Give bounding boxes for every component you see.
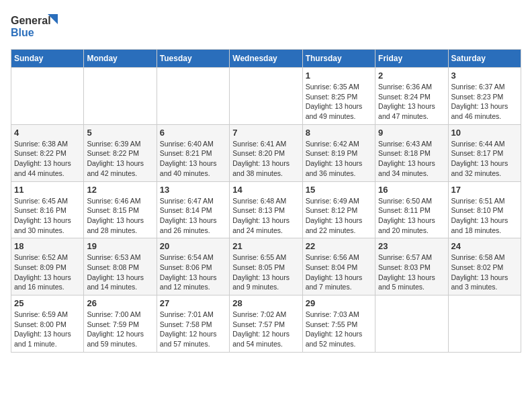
day-info: Sunrise: 7:01 AM Sunset: 7:58 PM Dayligh… [160,310,226,349]
day-cell-5: 5Sunrise: 6:39 AM Sunset: 8:22 PM Daylig… [84,124,157,181]
day-cell-23: 23Sunrise: 6:57 AM Sunset: 8:03 PM Dayli… [375,238,448,295]
weekday-header-wednesday: Wednesday [230,50,302,68]
day-number: 1 [306,71,372,81]
empty-cell [448,295,521,353]
empty-cell [230,68,302,125]
day-cell-29: 29Sunrise: 7:03 AM Sunset: 7:55 PM Dayli… [302,295,375,353]
day-number: 18 [14,241,81,251]
day-cell-15: 15Sunrise: 6:49 AM Sunset: 8:12 PM Dayli… [302,181,375,238]
day-info: Sunrise: 6:45 AM Sunset: 8:16 PM Dayligh… [14,196,81,236]
day-number: 27 [160,298,226,308]
day-info: Sunrise: 6:58 AM Sunset: 8:02 PM Dayligh… [451,253,518,292]
day-cell-25: 25Sunrise: 6:59 AM Sunset: 8:00 PM Dayli… [11,295,84,353]
day-info: Sunrise: 7:03 AM Sunset: 7:55 PM Dayligh… [306,310,372,349]
day-number: 7 [232,128,299,138]
day-cell-14: 14Sunrise: 6:48 AM Sunset: 8:13 PM Dayli… [230,181,302,238]
day-cell-7: 7Sunrise: 6:41 AM Sunset: 8:20 PM Daylig… [230,124,302,181]
day-info: Sunrise: 6:43 AM Sunset: 8:18 PM Dayligh… [378,139,445,179]
weekday-header-sunday: Sunday [11,50,84,68]
day-number: 19 [87,241,153,251]
svg-text:General: General [11,15,51,26]
day-cell-18: 18Sunrise: 6:52 AM Sunset: 8:09 PM Dayli… [11,238,84,295]
day-number: 9 [378,128,445,138]
day-cell-3: 3Sunrise: 6:37 AM Sunset: 8:23 PM Daylig… [448,68,521,125]
day-cell-20: 20Sunrise: 6:54 AM Sunset: 8:06 PM Dayli… [157,238,229,295]
day-info: Sunrise: 6:44 AM Sunset: 8:17 PM Dayligh… [451,139,518,179]
empty-cell [11,68,84,125]
day-number: 3 [451,71,518,81]
logo: GeneralBlue [11,11,58,41]
day-cell-10: 10Sunrise: 6:44 AM Sunset: 8:17 PM Dayli… [448,124,521,181]
weekday-header-saturday: Saturday [448,50,521,68]
day-cell-27: 27Sunrise: 7:01 AM Sunset: 7:58 PM Dayli… [157,295,229,353]
day-info: Sunrise: 6:52 AM Sunset: 8:09 PM Dayligh… [14,253,81,292]
week-row-4: 18Sunrise: 6:52 AM Sunset: 8:09 PM Dayli… [11,238,521,295]
day-info: Sunrise: 6:48 AM Sunset: 8:13 PM Dayligh… [232,196,299,236]
day-number: 5 [87,128,153,138]
day-cell-11: 11Sunrise: 6:45 AM Sunset: 8:16 PM Dayli… [11,181,84,238]
day-number: 25 [14,298,81,308]
logo-svg: GeneralBlue [11,11,58,41]
header: GeneralBlue [11,11,521,41]
day-info: Sunrise: 6:55 AM Sunset: 8:05 PM Dayligh… [232,253,299,292]
day-number: 14 [232,185,299,195]
day-cell-1: 1Sunrise: 6:35 AM Sunset: 8:25 PM Daylig… [302,68,375,125]
day-number: 16 [378,185,445,195]
week-row-5: 25Sunrise: 6:59 AM Sunset: 8:00 PM Dayli… [11,295,521,353]
day-number: 4 [14,128,81,138]
day-info: Sunrise: 6:53 AM Sunset: 8:08 PM Dayligh… [87,253,153,292]
day-number: 2 [378,71,445,81]
weekday-header-row: SundayMondayTuesdayWednesdayThursdayFrid… [11,50,521,68]
day-number: 15 [306,185,372,195]
day-number: 24 [451,241,518,251]
calendar-table: SundayMondayTuesdayWednesdayThursdayFrid… [11,49,521,353]
day-info: Sunrise: 6:35 AM Sunset: 8:25 PM Dayligh… [306,82,372,122]
day-cell-6: 6Sunrise: 6:40 AM Sunset: 8:21 PM Daylig… [157,124,229,181]
week-row-3: 11Sunrise: 6:45 AM Sunset: 8:16 PM Dayli… [11,181,521,238]
day-cell-22: 22Sunrise: 6:56 AM Sunset: 8:04 PM Dayli… [302,238,375,295]
day-number: 28 [232,298,299,308]
day-info: Sunrise: 6:49 AM Sunset: 8:12 PM Dayligh… [306,196,372,236]
day-cell-8: 8Sunrise: 6:42 AM Sunset: 8:19 PM Daylig… [302,124,375,181]
day-number: 17 [451,185,518,195]
weekday-header-tuesday: Tuesday [157,50,229,68]
day-cell-17: 17Sunrise: 6:51 AM Sunset: 8:10 PM Dayli… [448,181,521,238]
day-cell-13: 13Sunrise: 6:47 AM Sunset: 8:14 PM Dayli… [157,181,229,238]
week-row-1: 1Sunrise: 6:35 AM Sunset: 8:25 PM Daylig… [11,68,521,125]
day-cell-26: 26Sunrise: 7:00 AM Sunset: 7:59 PM Dayli… [84,295,157,353]
day-info: Sunrise: 6:39 AM Sunset: 8:22 PM Dayligh… [87,139,153,179]
day-number: 10 [451,128,518,138]
day-info: Sunrise: 6:36 AM Sunset: 8:24 PM Dayligh… [378,82,445,122]
day-cell-12: 12Sunrise: 6:46 AM Sunset: 8:15 PM Dayli… [84,181,157,238]
day-number: 23 [378,241,445,251]
svg-text:Blue: Blue [11,27,34,38]
day-number: 13 [160,185,226,195]
empty-cell [84,68,157,125]
day-cell-16: 16Sunrise: 6:50 AM Sunset: 8:11 PM Dayli… [375,181,448,238]
day-info: Sunrise: 6:47 AM Sunset: 8:14 PM Dayligh… [160,196,226,236]
day-cell-19: 19Sunrise: 6:53 AM Sunset: 8:08 PM Dayli… [84,238,157,295]
day-number: 20 [160,241,226,251]
day-cell-28: 28Sunrise: 7:02 AM Sunset: 7:57 PM Dayli… [230,295,302,353]
day-info: Sunrise: 6:42 AM Sunset: 8:19 PM Dayligh… [306,139,372,179]
empty-cell [157,68,229,125]
day-info: Sunrise: 6:40 AM Sunset: 8:21 PM Dayligh… [160,139,226,179]
day-info: Sunrise: 6:38 AM Sunset: 8:22 PM Dayligh… [14,139,81,179]
day-info: Sunrise: 7:02 AM Sunset: 7:57 PM Dayligh… [232,310,299,349]
day-info: Sunrise: 6:37 AM Sunset: 8:23 PM Dayligh… [451,82,518,122]
day-info: Sunrise: 6:50 AM Sunset: 8:11 PM Dayligh… [378,196,445,236]
day-number: 21 [232,241,299,251]
day-number: 12 [87,185,153,195]
day-info: Sunrise: 6:57 AM Sunset: 8:03 PM Dayligh… [378,253,445,292]
day-number: 26 [87,298,153,308]
day-number: 22 [306,241,372,251]
week-row-2: 4Sunrise: 6:38 AM Sunset: 8:22 PM Daylig… [11,124,521,181]
day-cell-9: 9Sunrise: 6:43 AM Sunset: 8:18 PM Daylig… [375,124,448,181]
day-cell-4: 4Sunrise: 6:38 AM Sunset: 8:22 PM Daylig… [11,124,84,181]
weekday-header-thursday: Thursday [302,50,375,68]
day-cell-24: 24Sunrise: 6:58 AM Sunset: 8:02 PM Dayli… [448,238,521,295]
day-info: Sunrise: 6:41 AM Sunset: 8:20 PM Dayligh… [232,139,299,179]
day-info: Sunrise: 7:00 AM Sunset: 7:59 PM Dayligh… [87,310,153,349]
day-info: Sunrise: 6:56 AM Sunset: 8:04 PM Dayligh… [306,253,372,292]
day-info: Sunrise: 6:59 AM Sunset: 8:00 PM Dayligh… [14,310,81,349]
